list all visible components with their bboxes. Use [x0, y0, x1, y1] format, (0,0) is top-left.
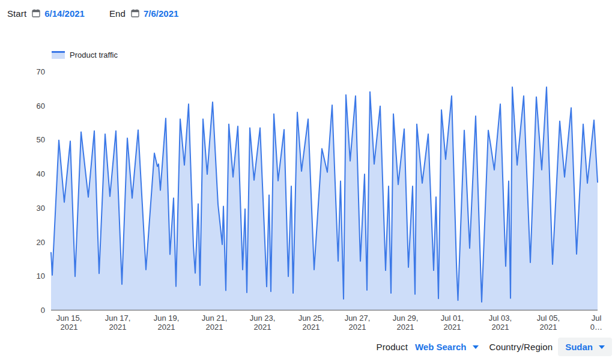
- y-tick-label: 10: [19, 271, 45, 281]
- x-tick-label: Jul 03, 2021: [479, 314, 521, 332]
- x-tick-label: Jun 27, 2021: [336, 314, 378, 332]
- country-region-label: Country/Region: [489, 342, 553, 352]
- traffic-area-chart: 010203040506070 Jun 15, 2021Jun 17, 2021…: [0, 0, 615, 364]
- x-tick-label: Jun 23, 2021: [241, 314, 283, 332]
- x-tick-label: Jun 15, 2021: [48, 314, 90, 332]
- product-label: Product: [377, 342, 408, 352]
- y-tick-label: 20: [19, 238, 45, 247]
- area-series-fill: [51, 87, 598, 311]
- country-region-dropdown[interactable]: Sudan: [558, 338, 612, 356]
- product-value: Web Search: [415, 342, 467, 352]
- y-tick-label: 70: [19, 67, 45, 77]
- x-tick-label: Jul 05, 2021: [527, 314, 569, 332]
- y-tick-label: 0: [19, 306, 45, 315]
- chevron-down-icon: [599, 345, 605, 349]
- x-tick-label: Jun 25, 2021: [290, 314, 332, 332]
- y-tick-label: 40: [19, 169, 45, 179]
- x-tick-label: Jun 21, 2021: [193, 314, 235, 332]
- x-tick-label: Jul 01, 2021: [431, 314, 473, 332]
- chart-controls: Product Web Search Country/Region Sudan: [377, 337, 612, 356]
- chart-plot-area[interactable]: [51, 72, 598, 311]
- product-dropdown[interactable]: Web Search: [415, 342, 479, 352]
- x-tick-label: Jun 19, 2021: [145, 314, 187, 332]
- x-tick-label: Jun 29, 2021: [384, 314, 426, 332]
- y-tick-label: 30: [19, 204, 45, 213]
- x-tick-label: Jul 0…: [575, 314, 615, 332]
- country-region-value: Sudan: [565, 342, 593, 352]
- x-tick-label: Jun 17, 2021: [97, 314, 139, 332]
- chevron-down-icon: [473, 345, 479, 349]
- y-tick-label: 60: [19, 102, 45, 111]
- y-tick-label: 50: [19, 135, 45, 145]
